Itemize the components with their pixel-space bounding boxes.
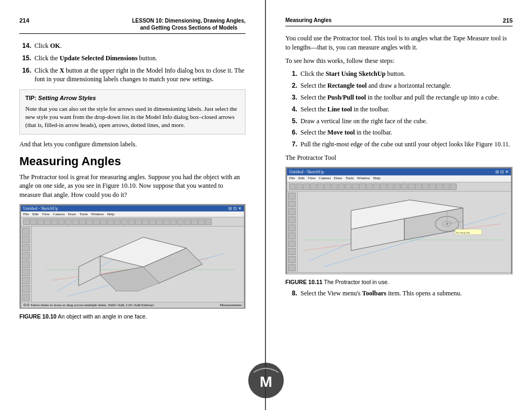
right-step-2-text: Select the Rectangle tool and draw a hor… bbox=[300, 81, 451, 90]
right-step-3: 3. Select the Push/Pull tool in the tool… bbox=[285, 93, 513, 102]
su-sidebar-left bbox=[21, 227, 32, 302]
right-page-title: Measuring Angles bbox=[285, 17, 332, 23]
cube-figure-right: No Snap Net bbox=[298, 192, 511, 272]
right-step-1: 1. Click the Start Using SketchUp button… bbox=[285, 69, 513, 79]
section-heading: Measuring Angles bbox=[19, 154, 246, 168]
figure-10-11: Untitled - SketchUp ⊟ ⊡ ✕ FileEditViewCa… bbox=[285, 167, 513, 274]
figure-10-10-caption: FIGURE 10.10 An object with an angle in … bbox=[19, 313, 246, 321]
su-menubar-left: FileEditViewCameraDrawToolsWindowHelp bbox=[21, 211, 244, 217]
right-step-6-num: 6. bbox=[285, 128, 297, 137]
right-step-4-text: Select the Line tool in the toolbar. bbox=[300, 105, 389, 114]
right-step-5-text: Draw a vertical line on the right face o… bbox=[300, 117, 428, 126]
left-page-number: 214 bbox=[19, 17, 29, 24]
right-step-2: 2. Select the Rectangle tool and draw a … bbox=[285, 81, 513, 90]
su-titlebar-right: Untitled - SketchUp ⊟ ⊡ ✕ bbox=[287, 168, 511, 175]
step-16-num: 16. bbox=[19, 66, 31, 84]
su-content-right: No Snap Net bbox=[287, 192, 511, 272]
right-step-list: 1. Click the Start Using SketchUp button… bbox=[285, 69, 513, 149]
right-step-4-num: 4. bbox=[285, 105, 297, 114]
right-body-text-2: To see how this works, follow these step… bbox=[285, 56, 513, 66]
right-step-7-text: Pull the right-most edge of the cube out… bbox=[300, 140, 510, 149]
su-statusbar-right: ⊙⊙ align bottom of protractor. Ctrl = to… bbox=[287, 272, 511, 274]
right-page-number: 215 bbox=[503, 17, 513, 24]
right-page: Measuring Angles 215 You could use the P… bbox=[266, 0, 532, 410]
right-step-1-num: 1. bbox=[285, 69, 297, 79]
step-16: 16. Click the X button at the upper righ… bbox=[19, 66, 246, 84]
right-step-7: 7. Pull the right-most edge of the cube … bbox=[285, 140, 513, 149]
su-menubar-right: FileEditViewCameraDrawToolsWindowHelp bbox=[287, 175, 511, 182]
svg-text:No Snap Net: No Snap Net bbox=[456, 231, 470, 234]
su-viewport-right: No Snap Net bbox=[298, 192, 511, 272]
right-step-5-num: 5. bbox=[285, 117, 297, 126]
figure-10-11-caption: FIGURE 10.11 The Protractor tool in use. bbox=[285, 279, 513, 286]
right-content: You could use the Protractor tool. This … bbox=[285, 34, 513, 298]
right-step-3-num: 3. bbox=[285, 93, 297, 102]
right-step-7-num: 7. bbox=[285, 140, 297, 149]
left-page-header: 214 LESSON 10: Dimensioning, Drawing Ang… bbox=[19, 17, 246, 34]
step-14-num: 14. bbox=[19, 41, 31, 51]
right-step-1-text: Click the Start Using SketchUp button. bbox=[300, 69, 405, 79]
figure-10-10: Untitled - SketchUp ⊟ ⊡ ✕ FileEditViewCa… bbox=[19, 204, 246, 309]
svg-text:M: M bbox=[260, 373, 272, 390]
figure-label: The Protractor Tool bbox=[285, 153, 513, 162]
cube-figure-left bbox=[32, 227, 244, 302]
step-16-text: Click the X button at the upper right in… bbox=[34, 66, 246, 84]
left-page-title: LESSON 10: Dimensioning, Drawing Angles,… bbox=[132, 17, 246, 31]
step-14-text: Click OK. bbox=[34, 41, 62, 51]
step-15-num: 15. bbox=[19, 54, 31, 63]
left-step-list: 14. Click OK. 15. Click the Update Selec… bbox=[19, 41, 246, 84]
logo-watermark: M bbox=[247, 362, 285, 399]
book-spread: 214 LESSON 10: Dimensioning, Drawing Ang… bbox=[0, 0, 532, 410]
right-step-6-text: Select the Move tool in the toolbar. bbox=[300, 128, 392, 137]
separator-text: And that lets you configure dimension la… bbox=[19, 140, 246, 149]
su-viewport-left bbox=[32, 227, 244, 302]
right-step-8-num: 8. bbox=[285, 289, 297, 298]
svg-marker-7 bbox=[79, 256, 100, 286]
tip-body: Note that you can also set the style for… bbox=[25, 105, 240, 130]
right-page-header: Measuring Angles 215 bbox=[285, 17, 513, 26]
step-14: 14. Click OK. bbox=[19, 41, 246, 51]
su-statusbar-left: ⊙⊙ Select items to erase or drag across … bbox=[21, 302, 244, 308]
step-15-text: Click the Update Selected Dimensions but… bbox=[34, 54, 157, 63]
right-step-2-num: 2. bbox=[285, 81, 297, 90]
right-step-4: 4. Select the Line tool in the toolbar. bbox=[285, 105, 513, 114]
step-15: 15. Click the Update Selected Dimensions… bbox=[19, 54, 246, 63]
su-toolbar-right bbox=[287, 182, 511, 192]
su-toolbar-left bbox=[21, 217, 244, 227]
right-step-3-text: Select the Push/Pull tool in the toolbar… bbox=[300, 93, 499, 102]
su-content-left bbox=[21, 227, 244, 302]
right-step-8: 8. Select the View menu's Toolbars item.… bbox=[285, 289, 513, 298]
right-step-5: 5. Draw a vertical line on the right fac… bbox=[285, 117, 513, 126]
body-text-1: The Protractor tool is great for measuri… bbox=[19, 173, 246, 200]
su-titlebar-left: Untitled - SketchUp ⊟ ⊡ ✕ bbox=[21, 206, 244, 211]
su-sidebar-right bbox=[287, 192, 298, 272]
left-page: 214 LESSON 10: Dimensioning, Drawing Ang… bbox=[0, 0, 266, 410]
right-body-text-1: You could use the Protractor tool. This … bbox=[285, 34, 513, 52]
right-step-8-text: Select the View menu's Toolbars item. Th… bbox=[300, 289, 462, 298]
sketchup-window-right: Untitled - SketchUp ⊟ ⊡ ✕ FileEditViewCa… bbox=[286, 167, 512, 274]
sketchup-window-left: Untitled - SketchUp ⊟ ⊡ ✕ FileEditViewCa… bbox=[20, 204, 245, 309]
tip-title: TIP: Setting Arrow Styles bbox=[25, 94, 240, 102]
tip-box: TIP: Setting Arrow Styles Note that you … bbox=[19, 89, 246, 135]
right-step-6: 6. Select the Move tool in the toolbar. bbox=[285, 128, 513, 137]
